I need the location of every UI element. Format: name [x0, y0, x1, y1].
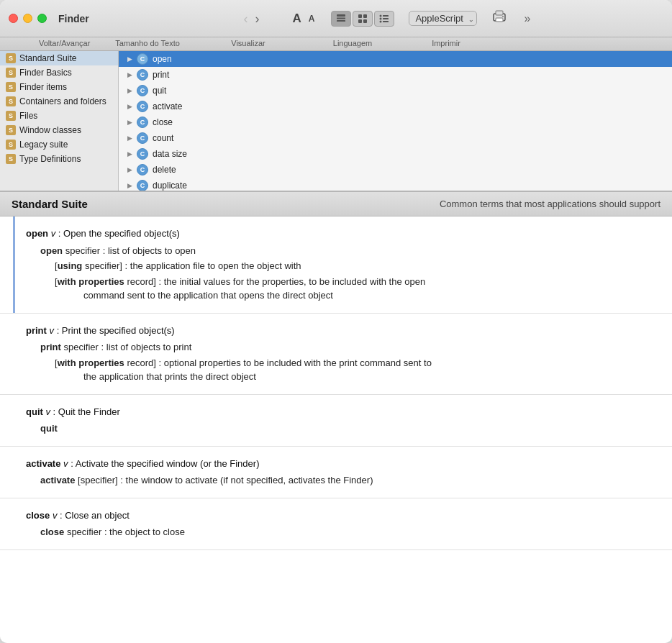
keyword-with-properties-2: with properties — [58, 357, 124, 368]
command-item-open[interactable]: ▶ C open — [119, 51, 672, 67]
minimize-button[interactable] — [23, 14, 32, 23]
command-item-delete[interactable]: ▶ C delete — [119, 162, 672, 178]
s-badge: S — [6, 96, 16, 106]
command-item-activate[interactable]: ▶ C activate — [119, 99, 672, 114]
svg-rect-4 — [363, 14, 367, 18]
c-badge-count: C — [137, 132, 148, 144]
section-title: Standard Suite — [12, 198, 88, 210]
svg-rect-14 — [496, 11, 503, 15]
command-item-duplicate[interactable]: ▶ C duplicate — [119, 178, 672, 191]
command-item-close[interactable]: ▶ C close — [119, 114, 672, 130]
view-table-button[interactable] — [331, 11, 351, 27]
doc-entry-open: open v : Open the specified object(s) op… — [0, 216, 672, 314]
sidebar-item-finder-basics[interactable]: S Finder Basics — [0, 65, 118, 80]
activate-type: v — [63, 458, 68, 469]
svg-rect-15 — [496, 18, 503, 22]
activate-keyword: activate — [40, 475, 75, 485]
doc-entry-quit: quit v : Quit the Finder quit — [0, 395, 672, 447]
svg-rect-12 — [383, 21, 389, 22]
s-badge: S — [6, 154, 16, 164]
close-specifier: specifier : the object to close — [67, 526, 185, 537]
command-item-quit[interactable]: ▶ C quit — [119, 83, 672, 99]
command-item-data-size[interactable]: ▶ C data size — [119, 146, 672, 162]
command-item-count[interactable]: ▶ C count — [119, 130, 672, 146]
svg-rect-0 — [337, 14, 345, 17]
top-pane: S Standard Suite S Finder Basics S Finde… — [0, 51, 672, 191]
activate-specifier: [specifier] : the window to activate (if… — [78, 475, 373, 485]
entry-title-activate: activate v : Activate the specified wind… — [26, 457, 658, 471]
c-badge-data-size: C — [137, 148, 148, 160]
s-badge: S — [6, 125, 16, 135]
open-specifier: specifier : list of objects to open — [65, 245, 196, 256]
cmd-arrow: ▶ — [127, 166, 132, 173]
text-size-large-button[interactable]: A — [290, 12, 303, 26]
quit-type: v — [45, 406, 50, 417]
sidebar-item-files[interactable]: S Files — [0, 109, 118, 123]
sidebar-item-type-definitions[interactable]: S Type Definitions — [0, 152, 118, 166]
keyword-activate: activate — [26, 458, 60, 469]
close-button[interactable] — [9, 14, 18, 23]
svg-point-11 — [380, 20, 382, 22]
language-selector[interactable]: AppleScript — [409, 11, 477, 26]
s-badge: S — [6, 82, 16, 92]
close-keyword: close — [40, 526, 64, 537]
svg-rect-1 — [337, 17, 345, 19]
cmd-arrow: ▶ — [127, 87, 132, 94]
quit-keyword: quit — [40, 423, 58, 434]
keyword-with-properties-1: with properties — [58, 276, 124, 287]
sidebar-item-containers-folders[interactable]: S Containers and folders — [0, 94, 118, 109]
open-sub-entry: open specifier : list of objects to open — [40, 244, 658, 258]
open-using-rest: specifier] : the application file to ope… — [82, 260, 301, 271]
print-wp-rest: record] : optional properties to be incl… — [124, 357, 432, 368]
maximize-button[interactable] — [37, 14, 47, 23]
print-sub-entry: print specifier : list of objects to pri… — [40, 340, 658, 355]
command-item-print[interactable]: ▶ C print — [119, 67, 672, 83]
print-button[interactable] — [491, 9, 507, 28]
commands-panel: ▶ C open ▶ C print ▶ C quit ▶ C acti — [119, 51, 672, 191]
sidebar-item-standard-suite[interactable]: S Standard Suite — [0, 51, 118, 65]
sidebar-item-window-classes[interactable]: S Window classes — [0, 123, 118, 137]
print-specifier: specifier : list of objects to print — [64, 342, 192, 352]
keyword-open: open — [26, 228, 48, 239]
keyword-quit: quit — [26, 406, 43, 417]
back-button[interactable]: ‹ — [241, 12, 250, 25]
print-type: v — [50, 325, 55, 336]
c-badge-open: C — [137, 53, 148, 65]
forward-button[interactable]: › — [253, 12, 261, 25]
cmd-arrow: ▶ — [127, 150, 132, 158]
open-desc: : Open the specified object(s) — [58, 228, 180, 239]
sidebar-item-finder-items[interactable]: S Finder items — [0, 80, 118, 94]
view-list-button[interactable] — [374, 11, 394, 27]
svg-rect-10 — [383, 18, 389, 19]
main-window: Finder ‹ › A A — [0, 0, 672, 643]
keyword-close: close — [26, 510, 50, 521]
language-selector-wrapper[interactable]: AppleScript — [409, 11, 477, 26]
toolbar: ‹ › A A — [111, 9, 663, 28]
section-header: Standard Suite Common terms that most ap… — [0, 191, 672, 216]
print-keyword: print — [40, 342, 61, 352]
text-size-label: Tamanho do Texto — [108, 39, 187, 47]
svg-point-7 — [380, 14, 382, 17]
cmd-arrow: ▶ — [127, 55, 132, 63]
s-badge: S — [6, 53, 16, 63]
open-with-properties-entry: [with properties record] : the initial v… — [55, 275, 658, 303]
close-desc: : Close an object — [60, 510, 130, 521]
sidebar-item-legacy-suite[interactable]: S Legacy suite — [0, 137, 118, 152]
c-badge-close: C — [137, 117, 148, 128]
svg-rect-3 — [358, 14, 362, 18]
app-title: Finder — [58, 13, 89, 24]
svg-rect-2 — [337, 20, 345, 22]
cmd-arrow: ▶ — [127, 119, 132, 126]
view-buttons — [331, 11, 394, 27]
c-badge-quit: C — [137, 85, 148, 96]
traffic-lights — [9, 14, 47, 23]
open-type: v — [51, 228, 56, 239]
text-size-small-button[interactable]: A — [307, 14, 317, 24]
titlebar: Finder ‹ › A A — [0, 0, 672, 37]
view-grid-button[interactable] — [353, 11, 373, 27]
svg-point-16 — [502, 16, 504, 17]
print-label: Imprimir — [424, 39, 468, 47]
print-with-properties-entry: [with properties record] : optional prop… — [55, 356, 658, 384]
more-button[interactable]: » — [522, 13, 532, 24]
section-description: Common terms that most applications shou… — [440, 199, 660, 209]
